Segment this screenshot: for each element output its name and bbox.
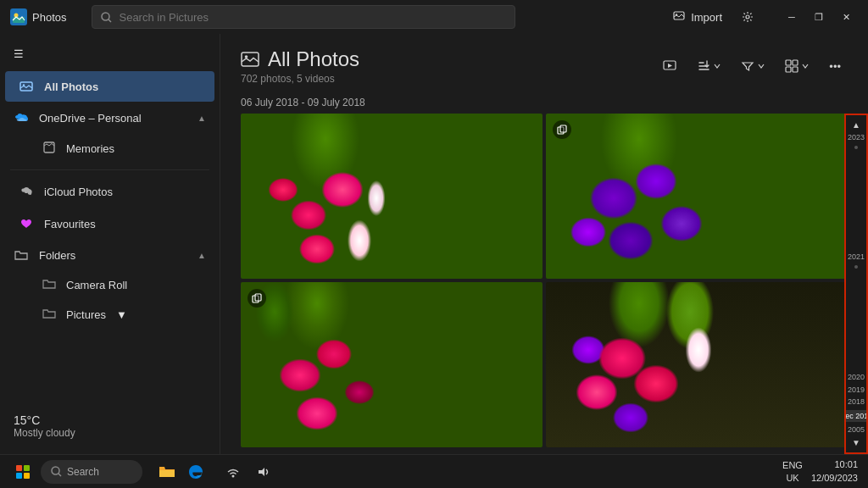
svg-marker-14	[668, 64, 672, 68]
close-button[interactable]: ✕	[834, 5, 858, 29]
memories-icon	[42, 141, 56, 157]
pictures-label: Pictures	[66, 308, 106, 321]
onedrive-label: OneDrive – Personal	[39, 112, 142, 125]
timeline-year-2018[interactable]: 2018	[848, 396, 865, 408]
date-label: 06 July 2018 - 09 July 2018	[220, 92, 868, 114]
win-logo-q1	[16, 465, 22, 471]
start-button[interactable]	[10, 459, 36, 485]
svg-rect-20	[560, 125, 566, 132]
taskbar-pinned-apps	[154, 459, 209, 485]
taskbar-search-icon	[51, 466, 62, 477]
svg-rect-18	[793, 67, 798, 72]
filter-icon	[741, 59, 754, 73]
sidebar-item-icloud[interactable]: iCloud Photos	[5, 176, 214, 207]
taskbar-system-area: ENG UK 10:01 12/09/2023	[782, 458, 858, 485]
sidebar-item-memories[interactable]: Memories	[5, 134, 214, 164]
photo-3[interactable]	[241, 282, 542, 447]
search-bar[interactable]	[92, 5, 515, 29]
taskbar: Search	[0, 454, 868, 488]
taskbar-wifi-icon[interactable]	[220, 459, 246, 485]
view-icon	[785, 59, 798, 73]
import-button[interactable]: Import	[672, 10, 722, 24]
search-input[interactable]	[119, 11, 506, 24]
onedrive-expand-icon: ▲	[198, 114, 206, 123]
folders-label: Folders	[39, 249, 75, 262]
onedrive-icon	[14, 110, 29, 125]
svg-rect-22	[255, 294, 261, 301]
photo-3-overlay-icon	[248, 289, 266, 308]
svg-point-23	[52, 467, 59, 474]
all-photos-label: All Photos	[44, 80, 98, 93]
sidebar-item-onedrive[interactable]: OneDrive – Personal ▲	[0, 103, 220, 133]
camera-roll-icon	[42, 278, 56, 292]
timeline-year-2020[interactable]: 2020	[848, 371, 865, 384]
timeline-year-2005[interactable]: 2005	[848, 424, 865, 436]
taskbar-edge-icon[interactable]	[183, 459, 209, 485]
page-title: All Photos	[241, 47, 359, 71]
content-header: All Photos 702 photos, 5 videos	[220, 34, 868, 92]
hamburger-menu[interactable]: ☰	[0, 41, 220, 67]
svg-rect-10	[44, 142, 54, 152]
import-icon	[672, 10, 686, 24]
photo-1[interactable]	[241, 114, 542, 279]
timeline-bar[interactable]: ▲ 2023 2021 2020 2019 2018 Dec 2015 2005…	[844, 114, 868, 454]
slideshow-icon	[663, 59, 676, 73]
slideshow-button[interactable]	[656, 55, 683, 77]
sort-button[interactable]	[690, 55, 727, 77]
svg-line-24	[58, 474, 61, 476]
timeline-year-2023[interactable]: 2023	[848, 131, 865, 144]
photo-2[interactable]	[546, 114, 848, 279]
copy-icon-2	[252, 293, 262, 303]
timeline-down-arrow[interactable]: ▼	[850, 436, 862, 449]
view-button[interactable]	[778, 55, 815, 77]
copy-icon	[557, 125, 567, 135]
weather-temp: 15°C	[14, 413, 206, 427]
taskbar-language[interactable]: ENG UK	[782, 459, 803, 484]
import-label: Import	[691, 11, 722, 24]
settings-button[interactable]	[736, 5, 760, 29]
file-explorer-icon	[159, 464, 175, 480]
more-options-button[interactable]: •••	[822, 56, 848, 77]
weather-widget: 15°C Mostly cloudy	[0, 405, 220, 447]
sidebar-item-all-photos[interactable]: All Photos	[5, 71, 214, 102]
page-title-area: All Photos 702 photos, 5 videos	[241, 47, 359, 85]
svg-rect-25	[159, 470, 175, 477]
clock-time: 10:01	[811, 458, 858, 471]
filter-button[interactable]	[734, 55, 771, 77]
taskbar-volume-icon[interactable]	[251, 459, 276, 485]
hamburger-icon: ☰	[14, 47, 24, 60]
photo-4[interactable]	[546, 282, 848, 447]
minimize-button[interactable]: ─	[780, 5, 804, 29]
titlebar: Photos Import ─ ❐ ✕	[0, 0, 868, 34]
titlebar-actions: Import ─ ❐ ✕	[672, 5, 858, 29]
win-logo-q2	[24, 465, 30, 471]
gear-icon	[742, 11, 754, 23]
svg-rect-16	[793, 60, 798, 65]
sidebar-item-camera-roll[interactable]: Camera Roll	[5, 271, 214, 299]
app-name: Photos	[32, 11, 66, 24]
taskbar-explorer-icon[interactable]	[154, 459, 180, 485]
all-photos-icon	[19, 79, 34, 94]
win-logo-q3	[16, 473, 22, 479]
wifi-icon	[226, 465, 240, 479]
edge-browser-icon	[187, 463, 204, 480]
sidebar-item-pictures[interactable]: Pictures ▼	[5, 301, 214, 329]
all-photos-title-icon	[241, 50, 259, 69]
icloud-label: iCloud Photos	[44, 186, 113, 198]
sidebar-item-folders[interactable]: Folders ▲	[0, 240, 220, 270]
photo-grid: ▲ 2023 2021 2020 2019 2018 Dec 2015 2005…	[220, 114, 868, 454]
taskbar-search[interactable]: Search	[41, 460, 142, 484]
pictures-expand-icon: ▼	[116, 308, 127, 321]
svg-rect-15	[786, 60, 791, 65]
window-controls: ─ ❐ ✕	[780, 5, 858, 29]
timeline-year-2021[interactable]: 2021	[848, 251, 865, 263]
timeline-up-arrow[interactable]: ▲	[850, 119, 862, 131]
timeline-dot-1	[854, 146, 858, 149]
timeline-year-2019[interactable]: 2019	[848, 384, 865, 396]
memories-label: Memories	[66, 142, 114, 155]
restore-button[interactable]: ❐	[807, 5, 831, 29]
win-logo-q4	[24, 473, 30, 479]
taskbar-clock[interactable]: 10:01 12/09/2023	[811, 458, 858, 485]
sidebar-item-favourites[interactable]: Favourites	[5, 208, 214, 239]
page-subtitle: 702 photos, 5 videos	[241, 73, 359, 85]
